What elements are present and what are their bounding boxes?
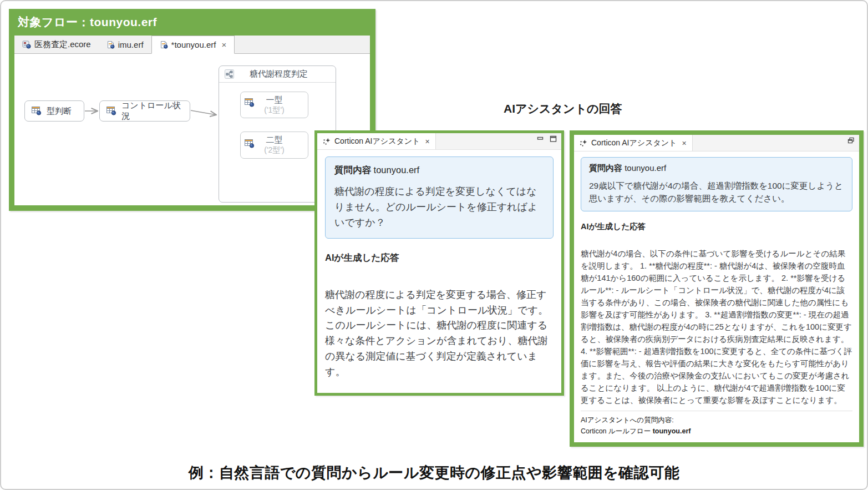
ruleflow-file-icon	[160, 41, 168, 49]
view-tab-label: Corticon AIアシスタント	[591, 138, 677, 148]
restore-icon[interactable]	[847, 137, 855, 144]
assistant-panel-body: 質問内容 tounyou.erf 糖代謝の程度による判定を変更しなくてはなりませ…	[317, 150, 561, 393]
question-title-label: 質問内容	[334, 165, 371, 175]
flow-panel-title: 対象フロー：tounyou.erf	[9, 9, 375, 36]
footer-question-label: AIアシスタントへの質問内容:	[581, 415, 852, 426]
close-icon[interactable]: ×	[682, 139, 686, 148]
tab-ecore-file[interactable]: 医務査定.ecore	[14, 36, 99, 53]
rulesheet-icon	[32, 107, 42, 115]
question-file-name: tounyou.erf	[374, 165, 420, 175]
ecore-model-icon	[22, 41, 31, 49]
maximize-icon[interactable]	[550, 135, 557, 142]
footer-target: Corticon ルールフロー tounyou.erf	[581, 426, 852, 437]
tab-close-icon[interactable]: ×	[221, 40, 226, 49]
answer-heading: AIが生成した応答	[581, 221, 852, 232]
node-label: 二型	[266, 135, 283, 145]
branch-container-header: 糖代謝程度判定	[219, 66, 336, 83]
assistant-footer: AIアシスタントへの質問内容: Corticon ルールフロー tounyou.…	[581, 411, 852, 437]
tab-imu-erf[interactable]: imu.erf	[99, 36, 151, 53]
tabstrip-spacer	[436, 133, 537, 149]
question-text: 糖代謝の程度による判定を変更しなくてはなりません。どのルールシートを修正すればよ…	[334, 184, 544, 231]
node-sublabel: ('1型')	[264, 105, 284, 115]
node-label: 型判断	[47, 106, 72, 117]
tab-corticon-ai-assistant[interactable]: Corticon AIアシスタント ×	[574, 135, 693, 151]
answer-text: 糖代謝が4の場合、以下の条件に基づいて影響を受けるルールとその結果を説明します。…	[581, 247, 852, 406]
rulesheet-icon	[106, 107, 116, 115]
editor-tabbar: 医務査定.ecore imu.erf *tounyou.erf ×	[14, 36, 370, 54]
assistant-panel-body: 質問内容 tounyou.erf 29歳以下で糖代謝が4の場合、超過割増指数を1…	[574, 151, 859, 442]
sparkle-icon	[323, 138, 331, 145]
node-label: 一型	[266, 95, 283, 105]
ai-assistant-panel-2: Corticon AIアシスタント × 質問内容 tounyou.erf 29歳…	[570, 130, 864, 447]
question-title: 質問内容 tounyou.erf	[589, 163, 844, 174]
close-icon[interactable]: ×	[425, 137, 429, 146]
window-buttons	[537, 133, 561, 149]
question-file-name: tounyou.erf	[625, 163, 666, 173]
question-box: 質問内容 tounyou.erf 糖代謝の程度による判定を変更しなくてはなりませ…	[325, 156, 554, 239]
ai-assistant-panel-1: Corticon AIアシスタント × 質問内容 tounyou.erf 糖代謝…	[314, 130, 564, 396]
answer-text: 糖代謝の程度による判定を変更する場合、修正すべきルールシートは「コントロール状況…	[325, 287, 554, 380]
view-tabstrip: Corticon AIアシスタント ×	[574, 135, 859, 151]
branch-icon	[225, 69, 234, 79]
node-sublabel: ('2型')	[264, 145, 284, 155]
question-title: 質問内容 tounyou.erf	[334, 164, 544, 176]
answer-heading: AIが生成した応答	[325, 252, 554, 264]
sparkle-icon	[580, 139, 587, 147]
tab-label: imu.erf	[118, 40, 144, 49]
window-buttons	[847, 135, 859, 151]
rulesheet-icon	[245, 139, 255, 148]
tabstrip-spacer	[693, 135, 847, 151]
question-text: 29歳以下で糖代謝が4の場合、超過割増指数を100に変更しようと思いますが、その…	[589, 179, 844, 205]
view-tabstrip: Corticon AIアシスタント ×	[317, 133, 561, 150]
screenshot-frame: 対象フロー：tounyou.erf 医務査定.ecore imu.erf	[0, 0, 868, 490]
rulesheet-node-control-joukyou[interactable]: コントロール状況	[99, 100, 190, 122]
view-tab-label: Corticon AIアシスタント	[334, 137, 420, 147]
footer-target-prefix: Corticon ルールフロー	[581, 427, 653, 435]
tab-tounyou-erf[interactable]: *tounyou.erf ×	[151, 36, 235, 54]
rulesheet-icon	[245, 98, 255, 107]
tab-corticon-ai-assistant[interactable]: Corticon AIアシスタント ×	[317, 133, 436, 149]
minimize-icon[interactable]	[537, 135, 544, 142]
question-box: 質問内容 tounyou.erf 29歳以下で糖代謝が4の場合、超過割増指数を1…	[581, 157, 852, 211]
node-label: コントロール状況	[121, 100, 183, 122]
question-title-label: 質問内容	[589, 163, 622, 173]
ruleflow-file-icon	[106, 41, 115, 49]
tab-label: 医務査定.ecore	[34, 39, 91, 50]
example-caption: 例：自然言語での質問からルール変更時の修正点や影響範囲を確認可能	[1, 463, 867, 483]
tab-label: *tounyou.erf	[171, 40, 216, 49]
footer-target-file: tounyou.erf	[653, 427, 691, 435]
branch-container-title: 糖代謝程度判定	[240, 69, 330, 79]
rulesheet-node-katahandan[interactable]: 型判断	[24, 100, 84, 122]
ai-answers-heading: AIアシスタントの回答	[504, 101, 622, 117]
